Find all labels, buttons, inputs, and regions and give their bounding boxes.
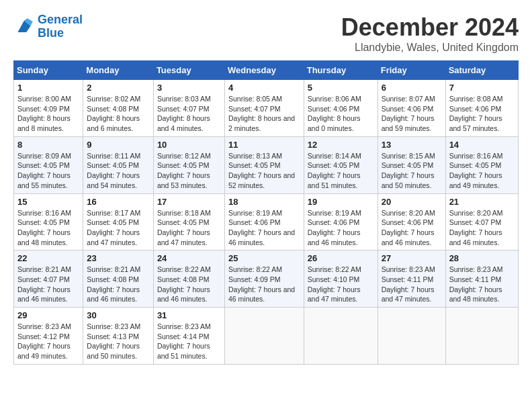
day-info: Sunrise: 8:03 AMSunset: 4:07 PMDaylight:… bbox=[157, 94, 221, 134]
day-info: Sunrise: 8:23 AMSunset: 4:11 PMDaylight:… bbox=[449, 265, 515, 304]
day-info: Sunrise: 8:19 AMSunset: 4:06 PMDaylight:… bbox=[308, 208, 374, 248]
day-number: 2 bbox=[87, 83, 150, 93]
calendar-cell: 8 Sunrise: 8:09 AMSunset: 4:05 PMDayligh… bbox=[14, 136, 83, 193]
calendar-cell: 4 Sunrise: 8:05 AMSunset: 4:07 PMDayligh… bbox=[224, 80, 304, 137]
calendar-cell: 10 Sunrise: 8:12 AMSunset: 4:05 PMDaylig… bbox=[153, 136, 224, 193]
calendar-cell: 24 Sunrise: 8:22 AMSunset: 4:08 PMDaylig… bbox=[153, 250, 224, 308]
day-number: 8 bbox=[17, 140, 79, 150]
weekday-thursday: Thursday bbox=[304, 61, 378, 80]
day-number: 17 bbox=[157, 197, 221, 207]
calendar-cell: 21 Sunrise: 8:20 AMSunset: 4:07 PMDaylig… bbox=[445, 193, 518, 250]
day-info: Sunrise: 8:08 AMSunset: 4:06 PMDaylight:… bbox=[449, 94, 515, 134]
day-number: 23 bbox=[87, 253, 150, 263]
calendar-cell: 5 Sunrise: 8:06 AMSunset: 4:06 PMDayligh… bbox=[304, 80, 378, 137]
day-number: 3 bbox=[157, 83, 221, 93]
calendar-cell: 15 Sunrise: 8:16 AMSunset: 4:05 PMDaylig… bbox=[14, 193, 83, 250]
day-number: 24 bbox=[157, 253, 221, 263]
calendar-cell: 20 Sunrise: 8:20 AMSunset: 4:06 PMDaylig… bbox=[378, 193, 445, 250]
calendar-cell: 9 Sunrise: 8:11 AMSunset: 4:05 PMDayligh… bbox=[83, 136, 154, 193]
day-info: Sunrise: 8:11 AMSunset: 4:05 PMDaylight:… bbox=[87, 151, 150, 191]
day-info: Sunrise: 8:09 AMSunset: 4:05 PMDaylight:… bbox=[17, 151, 79, 191]
day-info: Sunrise: 8:21 AMSunset: 4:07 PMDaylight:… bbox=[17, 265, 79, 304]
day-number: 7 bbox=[449, 83, 515, 93]
day-info: Sunrise: 8:15 AMSunset: 4:05 PMDaylight:… bbox=[382, 151, 442, 191]
calendar-cell: 22 Sunrise: 8:21 AMSunset: 4:07 PMDaylig… bbox=[14, 250, 83, 308]
day-number: 31 bbox=[157, 310, 221, 320]
day-info: Sunrise: 8:00 AMSunset: 4:09 PMDaylight:… bbox=[17, 94, 79, 134]
day-info: Sunrise: 8:19 AMSunset: 4:06 PMDaylight:… bbox=[228, 208, 300, 248]
day-number: 20 bbox=[382, 197, 442, 207]
weekday-sunday: Sunday bbox=[14, 61, 83, 80]
day-number: 10 bbox=[157, 140, 221, 150]
day-number: 15 bbox=[17, 197, 79, 207]
day-number: 27 bbox=[382, 253, 442, 263]
calendar-subtitle: Llandybie, Wales, United Kingdom bbox=[341, 42, 519, 54]
day-info: Sunrise: 8:17 AMSunset: 4:05 PMDaylight:… bbox=[87, 208, 150, 248]
calendar-cell: 17 Sunrise: 8:18 AMSunset: 4:05 PMDaylig… bbox=[153, 193, 224, 250]
calendar-cell: 19 Sunrise: 8:19 AMSunset: 4:06 PMDaylig… bbox=[304, 193, 378, 250]
day-info: Sunrise: 8:14 AMSunset: 4:05 PMDaylight:… bbox=[308, 151, 374, 191]
day-info: Sunrise: 8:20 AMSunset: 4:06 PMDaylight:… bbox=[382, 208, 442, 248]
day-number: 6 bbox=[382, 83, 442, 93]
calendar-cell: 6 Sunrise: 8:07 AMSunset: 4:06 PMDayligh… bbox=[378, 80, 445, 137]
day-number: 22 bbox=[17, 253, 79, 263]
day-number: 1 bbox=[17, 83, 79, 93]
week-row-3: 15 Sunrise: 8:16 AMSunset: 4:05 PMDaylig… bbox=[14, 193, 519, 250]
day-number: 25 bbox=[228, 253, 300, 263]
day-number: 29 bbox=[17, 310, 79, 320]
day-info: Sunrise: 8:16 AMSunset: 4:05 PMDaylight:… bbox=[17, 208, 79, 248]
day-number: 13 bbox=[382, 140, 442, 150]
calendar-cell: 30 Sunrise: 8:23 AMSunset: 4:13 PMDaylig… bbox=[83, 308, 154, 365]
day-info: Sunrise: 8:05 AMSunset: 4:07 PMDaylight:… bbox=[228, 94, 300, 134]
logo: General Blue bbox=[13, 13, 83, 40]
day-info: Sunrise: 8:07 AMSunset: 4:06 PMDaylight:… bbox=[382, 94, 442, 134]
calendar-cell: 2 Sunrise: 8:02 AMSunset: 4:08 PMDayligh… bbox=[83, 80, 154, 137]
day-info: Sunrise: 8:20 AMSunset: 4:07 PMDaylight:… bbox=[449, 208, 515, 248]
week-row-4: 22 Sunrise: 8:21 AMSunset: 4:07 PMDaylig… bbox=[14, 250, 519, 308]
title-block: December 2024 Llandybie, Wales, United K… bbox=[341, 13, 519, 54]
calendar-cell: 1 Sunrise: 8:00 AMSunset: 4:09 PMDayligh… bbox=[14, 80, 83, 137]
day-info: Sunrise: 8:21 AMSunset: 4:08 PMDaylight:… bbox=[87, 265, 150, 304]
calendar-cell: 18 Sunrise: 8:19 AMSunset: 4:06 PMDaylig… bbox=[224, 193, 304, 250]
calendar-cell: 11 Sunrise: 8:13 AMSunset: 4:05 PMDaylig… bbox=[224, 136, 304, 193]
calendar-cell: 29 Sunrise: 8:23 AMSunset: 4:12 PMDaylig… bbox=[14, 308, 83, 365]
day-number: 28 bbox=[449, 253, 515, 263]
day-info: Sunrise: 8:12 AMSunset: 4:05 PMDaylight:… bbox=[157, 151, 221, 191]
calendar-cell: 13 Sunrise: 8:15 AMSunset: 4:05 PMDaylig… bbox=[378, 136, 445, 193]
day-info: Sunrise: 8:23 AMSunset: 4:11 PMDaylight:… bbox=[382, 265, 442, 304]
day-number: 18 bbox=[228, 197, 300, 207]
weekday-saturday: Saturday bbox=[445, 61, 518, 80]
day-number: 21 bbox=[449, 197, 515, 207]
weekday-monday: Monday bbox=[83, 61, 154, 80]
weekday-header-row: SundayMondayTuesdayWednesdayThursdayFrid… bbox=[14, 61, 519, 80]
logo-line1: General bbox=[38, 13, 83, 26]
calendar-cell: 28 Sunrise: 8:23 AMSunset: 4:11 PMDaylig… bbox=[445, 250, 518, 308]
logo-line2: Blue bbox=[38, 26, 64, 40]
day-info: Sunrise: 8:23 AMSunset: 4:13 PMDaylight:… bbox=[87, 322, 150, 361]
calendar-cell: 12 Sunrise: 8:14 AMSunset: 4:05 PMDaylig… bbox=[304, 136, 378, 193]
weekday-tuesday: Tuesday bbox=[153, 61, 224, 80]
calendar-cell: 26 Sunrise: 8:22 AMSunset: 4:10 PMDaylig… bbox=[304, 250, 378, 308]
day-number: 19 bbox=[308, 197, 374, 207]
weekday-wednesday: Wednesday bbox=[224, 61, 304, 80]
day-info: Sunrise: 8:16 AMSunset: 4:05 PMDaylight:… bbox=[449, 151, 515, 191]
day-info: Sunrise: 8:22 AMSunset: 4:10 PMDaylight:… bbox=[308, 265, 374, 304]
day-info: Sunrise: 8:22 AMSunset: 4:08 PMDaylight:… bbox=[157, 265, 221, 304]
day-number: 30 bbox=[87, 310, 150, 320]
day-number: 5 bbox=[308, 83, 374, 93]
calendar-cell: 27 Sunrise: 8:23 AMSunset: 4:11 PMDaylig… bbox=[378, 250, 445, 308]
day-number: 16 bbox=[87, 197, 150, 207]
calendar-table: SundayMondayTuesdayWednesdayThursdayFrid… bbox=[13, 60, 519, 365]
day-info: Sunrise: 8:22 AMSunset: 4:09 PMDaylight:… bbox=[228, 265, 300, 304]
calendar-cell bbox=[445, 308, 518, 365]
week-row-5: 29 Sunrise: 8:23 AMSunset: 4:12 PMDaylig… bbox=[14, 308, 519, 365]
day-info: Sunrise: 8:13 AMSunset: 4:05 PMDaylight:… bbox=[228, 151, 300, 191]
day-number: 4 bbox=[228, 83, 300, 93]
page-header: General Blue December 2024 Llandybie, Wa… bbox=[13, 13, 519, 54]
calendar-body: 1 Sunrise: 8:00 AMSunset: 4:09 PMDayligh… bbox=[14, 80, 519, 365]
calendar-cell: 14 Sunrise: 8:16 AMSunset: 4:05 PMDaylig… bbox=[445, 136, 518, 193]
calendar-title: December 2024 bbox=[341, 13, 519, 42]
calendar-cell: 3 Sunrise: 8:03 AMSunset: 4:07 PMDayligh… bbox=[153, 80, 224, 137]
logo-icon bbox=[13, 16, 35, 38]
day-number: 11 bbox=[228, 140, 300, 150]
